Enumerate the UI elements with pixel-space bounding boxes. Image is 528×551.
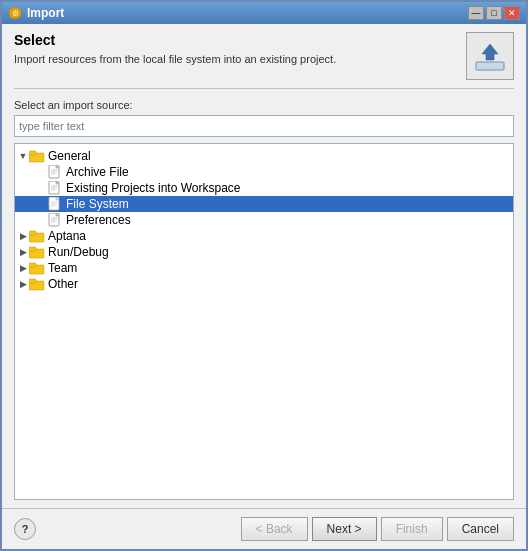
expand-other[interactable]: ▶ [17, 278, 29, 290]
tree-item-existing-projects[interactable]: Existing Projects into Workspace [15, 180, 513, 196]
svg-rect-29 [29, 247, 36, 251]
expand-general[interactable]: ▼ [17, 150, 29, 162]
import-icon [466, 32, 514, 80]
filter-input[interactable] [14, 115, 514, 137]
tree-item-label: File System [66, 197, 129, 211]
close-button[interactable]: ✕ [504, 6, 520, 20]
tree-item-general[interactable]: ▼ General [15, 148, 513, 164]
title-bar-buttons: — □ ✕ [468, 6, 520, 20]
expand-team[interactable]: ▶ [17, 262, 29, 274]
main-content: Select Import resources from the local f… [2, 24, 526, 508]
header-section: Select Import resources from the local f… [14, 32, 514, 89]
folder-closed-icon [29, 277, 45, 291]
minimize-button[interactable]: — [468, 6, 484, 20]
tree-item-label: Run/Debug [48, 245, 109, 259]
back-button[interactable]: < Back [241, 517, 308, 541]
expand-aptana[interactable]: ▶ [17, 230, 29, 242]
svg-marker-3 [482, 44, 498, 60]
tree-item-label: Aptana [48, 229, 86, 243]
cancel-button[interactable]: Cancel [447, 517, 514, 541]
svg-rect-33 [29, 279, 36, 283]
tree-item-preferences[interactable]: Preferences [15, 212, 513, 228]
maximize-button[interactable]: □ [486, 6, 502, 20]
next-button[interactable]: Next > [312, 517, 377, 541]
tree-item-archive[interactable]: Archive File [15, 164, 513, 180]
svg-rect-5 [29, 151, 36, 155]
svg-rect-31 [29, 263, 36, 267]
svg-text:⚙: ⚙ [12, 9, 19, 18]
finish-button[interactable]: Finish [381, 517, 443, 541]
tree-item-label: Team [48, 261, 77, 275]
import-source-tree[interactable]: ▼ General [14, 143, 514, 500]
svg-rect-27 [29, 231, 36, 235]
file-icon [47, 197, 63, 211]
tree-item-other[interactable]: ▶ Other [15, 276, 513, 292]
file-icon [47, 213, 63, 227]
help-button[interactable]: ? [14, 518, 36, 540]
tree-item-label: Existing Projects into Workspace [66, 181, 241, 195]
bottom-bar: ? < Back Next > Finish Cancel [2, 508, 526, 549]
page-title: Select [14, 32, 466, 48]
title-bar: ⚙ Import — □ ✕ [2, 2, 526, 24]
tree-item-label: Archive File [66, 165, 129, 179]
folder-closed-icon [29, 245, 45, 259]
header-text: Select Import resources from the local f… [14, 32, 466, 67]
tree-item-label: General [48, 149, 91, 163]
svg-rect-2 [476, 62, 504, 70]
folder-closed-icon [29, 229, 45, 243]
tree-item-label: Preferences [66, 213, 131, 227]
page-description: Import resources from the local file sys… [14, 52, 466, 67]
tree-item-aptana[interactable]: ▶ Aptana [15, 228, 513, 244]
import-dialog: ⚙ Import — □ ✕ Select Import resources f… [0, 0, 528, 551]
title-bar-title: Import [27, 6, 468, 20]
file-icon [47, 165, 63, 179]
folder-open-icon [29, 149, 45, 163]
tree-item-label: Other [48, 277, 78, 291]
folder-closed-icon [29, 261, 45, 275]
file-icon [47, 181, 63, 195]
tree-item-rundebug[interactable]: ▶ Run/Debug [15, 244, 513, 260]
tree-item-filesystem[interactable]: File System [15, 196, 513, 212]
expand-rundebug[interactable]: ▶ [17, 246, 29, 258]
title-bar-icon: ⚙ [8, 6, 22, 20]
filter-label: Select an import source: [14, 99, 514, 111]
tree-item-team[interactable]: ▶ Team [15, 260, 513, 276]
